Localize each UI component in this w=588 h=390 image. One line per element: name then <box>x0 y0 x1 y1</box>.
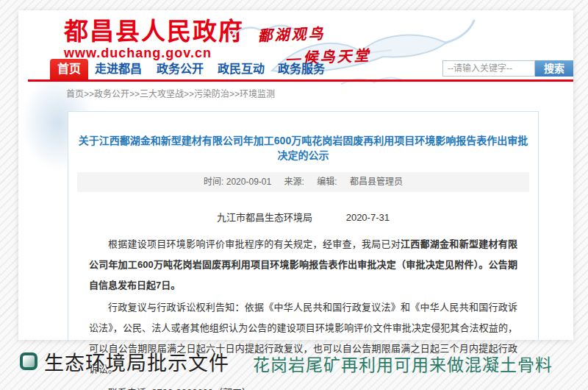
issuer-name: 九江市都昌生态环境局 <box>217 212 312 223</box>
meta-source-label: 来源: <box>284 177 304 187</box>
search-button[interactable]: 搜索 <box>535 60 573 77</box>
article-title: 关于江西鄱湖金和新型建材有限公司年加工600万吨花岗岩固废再利用项目环境影响报告… <box>76 132 531 162</box>
bottom-caption: 生态环境局批示文件 花岗岩尾矿再利用可用来做混凝土骨料 <box>0 346 588 390</box>
nav-tab-home[interactable]: 首页 <box>50 59 88 79</box>
meta-time: 时间: 2020-09-01 <box>204 177 271 187</box>
breadcrumb[interactable]: 首页>>政务公开>>三大攻坚战>>污染防治>>环境监测 <box>66 87 275 99</box>
screenshot-canvas: 都昌县人民政府 www.duchang.gov.cn 鄱湖观鸟 —候鸟天堂 首页… <box>0 0 588 390</box>
caption-note: 花岗岩尾矿再利用可用来做混凝土骨料 <box>253 351 553 376</box>
caption-bullet-icon <box>20 352 37 370</box>
nav-underline <box>28 79 573 82</box>
site-logo[interactable]: 都昌县人民政府 www.duchang.gov.cn <box>64 19 244 61</box>
nav-item-interaction[interactable]: 政民互动 <box>218 59 265 79</box>
paragraph-approval: 根据建设项目环境影响评价审批程序的有关规定，经审查，我局已对江西鄱湖金和新型建材… <box>89 234 517 296</box>
caption-title: 生态环境局批示文件 <box>44 347 229 376</box>
webpage: 都昌县人民政府 www.duchang.gov.cn 鄱湖观鸟 —候鸟天堂 首页… <box>18 10 573 340</box>
main-nav: 首页 走进都昌 政务公开 政民互动 政务服务 搜索 <box>18 59 573 82</box>
nav-item-about[interactable]: 走进都昌 <box>95 59 142 79</box>
site-name: 都昌县人民政府 <box>64 19 244 45</box>
article-card: 关于江西鄱湖金和新型建材有限公司年加工600万吨花岗岩固废再利用项目环境影响报告… <box>68 111 539 340</box>
nav-item-gov-info[interactable]: 政务公开 <box>157 59 204 79</box>
issue-date: 2020-7-31 <box>346 212 390 223</box>
nav-item-services[interactable]: 政务服务 <box>278 59 325 79</box>
meta-editor-value: 都昌县管理员 <box>350 177 403 187</box>
search-input[interactable] <box>442 60 535 77</box>
meta-editor-label: 编辑: <box>317 177 337 187</box>
issuer-line: 九江市都昌生态环境局 2020-7-31 <box>68 210 538 224</box>
slogan-line1: 鄱湖观鸟 <box>257 20 370 45</box>
paragraph-approval-normal: 根据建设项目环境影响评价审批程序的有关规定，经审查，我局已对 <box>108 238 401 249</box>
article-meta-bar: 时间: 2020-09-01 来源: 编辑: 都昌县管理员 <box>77 172 529 192</box>
